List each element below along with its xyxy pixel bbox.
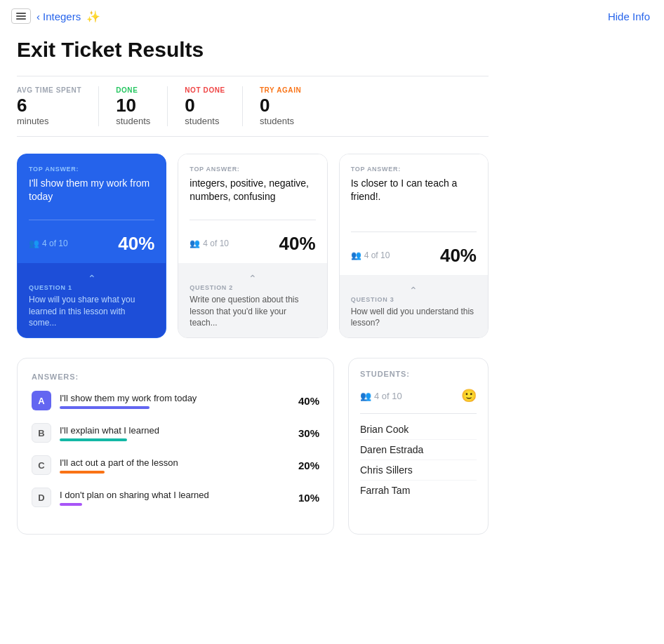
answers-panel: ANSWERS: A I'll show them my work from t… bbox=[17, 358, 334, 535]
question-card-stats-1: 👥 4 of 10 40% bbox=[18, 227, 166, 263]
answer-bar-a bbox=[60, 406, 150, 409]
percent-value-1: 40% bbox=[118, 233, 154, 255]
students-count-2: 👥 4 of 10 bbox=[190, 239, 229, 248]
question-number-3: QUESTION 3 bbox=[351, 296, 477, 303]
answer-bar-b bbox=[60, 438, 127, 441]
stat-label-not-done: NOT DONE bbox=[185, 86, 225, 94]
chevron-left-icon: ‹ bbox=[36, 11, 40, 22]
students-count-row: 👥 4 of 10 🙂 bbox=[360, 388, 477, 403]
answer-percent-a: 40% bbox=[293, 395, 319, 407]
people-icon-1: 👥 bbox=[29, 239, 39, 248]
answer-text-d: I don't plan on sharing what I learned bbox=[60, 490, 284, 500]
answer-content-c: I'll act out a part of the lesson bbox=[60, 457, 284, 474]
students-count-1: 👥 4 of 10 bbox=[29, 239, 68, 248]
questions-row: TOP ANSWER: I'll show them my work from … bbox=[17, 154, 489, 339]
main-content: Exit Ticket Results AVG TIME SPENT 6 min… bbox=[0, 38, 505, 563]
students-count-3: 👥 4 of 10 bbox=[351, 250, 390, 260]
stat-value-try-again: 0 bbox=[260, 95, 301, 116]
question-text-1: How will you share what you learned in t… bbox=[29, 294, 154, 329]
stat-label-try-again: TRY AGAIN bbox=[260, 86, 301, 94]
card-divider-3 bbox=[351, 232, 477, 232]
question-card-top-3: TOP ANSWER: Is closer to I can teach a f… bbox=[340, 154, 488, 224]
answer-bar-d bbox=[60, 503, 82, 506]
answer-text-b: I'll explain what I learned bbox=[60, 425, 284, 436]
students-count-text: 👥 4 of 10 bbox=[360, 391, 402, 401]
question-number-2: QUESTION 2 bbox=[190, 284, 315, 291]
stat-avg-time: AVG TIME SPENT 6 minutes bbox=[17, 86, 99, 126]
student-name-2: Daren Estrada bbox=[360, 440, 477, 460]
people-icon-students: 👥 bbox=[360, 391, 371, 401]
chevron-up-icon-3: ⌃ bbox=[351, 282, 477, 296]
sidebar-toggle-icon bbox=[16, 13, 26, 20]
top-answer-label-2: TOP ANSWER: bbox=[190, 166, 315, 173]
answer-item-c[interactable]: C I'll act out a part of the lesson 20% bbox=[32, 455, 319, 475]
top-answer-text-2: integers, positive, negative, numbers, c… bbox=[190, 177, 315, 204]
stat-subtext-not-done: students bbox=[185, 116, 225, 126]
answer-text-a: I'll show them my work from today bbox=[60, 393, 284, 403]
answer-item-d[interactable]: D I don't plan on sharing what I learned… bbox=[32, 488, 319, 507]
answer-item-a[interactable]: A I'll show them my work from today 40% bbox=[32, 391, 319, 410]
back-button[interactable]: ‹ Integers bbox=[36, 11, 81, 22]
question-card-stats-2: 👥 4 of 10 40% bbox=[178, 227, 326, 263]
answer-text-c: I'll act out a part of the lesson bbox=[60, 457, 284, 468]
stat-label-done: DONE bbox=[116, 86, 150, 94]
stat-done: DONE 10 students bbox=[116, 86, 168, 126]
card-divider-2 bbox=[190, 220, 315, 220]
answer-content-d: I don't plan on sharing what I learned bbox=[60, 490, 284, 506]
answer-letter-c: C bbox=[32, 455, 51, 475]
percent-value-2: 40% bbox=[279, 233, 316, 255]
stat-value-done: 10 bbox=[116, 95, 150, 116]
stat-not-done: NOT DONE 0 students bbox=[185, 86, 243, 126]
sparkle-icon: ✨ bbox=[86, 10, 100, 23]
question-text-3: How well did you understand this lesson? bbox=[351, 306, 477, 330]
stat-value-avg-time: 6 bbox=[17, 95, 81, 116]
question-card-footer-3: ⌃ QUESTION 3 How well did you understand… bbox=[340, 275, 488, 338]
question-card-footer-1: ⌃ QUESTION 1 How will you share what you… bbox=[18, 263, 166, 337]
back-label: Integers bbox=[43, 11, 81, 22]
answer-content-b: I'll explain what I learned bbox=[60, 425, 284, 441]
answer-content-a: I'll show them my work from today bbox=[60, 393, 284, 409]
stat-value-not-done: 0 bbox=[185, 95, 225, 116]
question-number-1: QUESTION 1 bbox=[29, 284, 154, 291]
answer-percent-d: 10% bbox=[293, 492, 319, 504]
students-divider bbox=[360, 413, 477, 414]
stat-subtext-done: students bbox=[116, 116, 150, 126]
top-answer-text-1: I'll show them my work from today bbox=[29, 177, 154, 204]
stat-try-again: TRY AGAIN 0 students bbox=[260, 86, 318, 126]
question-card-3[interactable]: TOP ANSWER: Is closer to I can teach a f… bbox=[339, 154, 489, 339]
question-card-top-2: TOP ANSWER: integers, positive, negative… bbox=[178, 154, 326, 213]
answer-letter-b: B bbox=[32, 423, 51, 443]
stats-row: AVG TIME SPENT 6 minutes DONE 10 student… bbox=[17, 76, 489, 137]
top-answer-text-3: Is closer to I can teach a friend!. bbox=[351, 177, 477, 204]
question-card-top-1: TOP ANSWER: I'll show them my work from … bbox=[18, 154, 166, 213]
answer-bar-c bbox=[60, 471, 105, 474]
answer-bar-wrap-a bbox=[60, 406, 284, 409]
question-card-stats-3: 👥 4 of 10 40% bbox=[340, 239, 488, 275]
answer-bar-wrap-b bbox=[60, 438, 284, 441]
question-card-1[interactable]: TOP ANSWER: I'll show them my work from … bbox=[17, 154, 166, 339]
answer-letter-a: A bbox=[32, 391, 51, 410]
answer-percent-c: 20% bbox=[293, 459, 319, 471]
top-bar-left: ‹ Integers ✨ bbox=[11, 8, 100, 24]
question-text-2: Write one question about this lesson tha… bbox=[190, 294, 315, 329]
student-name-4: Farrah Tam bbox=[360, 481, 477, 500]
smiley-icon[interactable]: 🙂 bbox=[461, 388, 477, 403]
answer-percent-b: 30% bbox=[293, 427, 319, 439]
answer-bar-wrap-d bbox=[60, 503, 284, 506]
students-panel-title: STUDENTS: bbox=[360, 370, 477, 378]
stat-label-avg-time: AVG TIME SPENT bbox=[17, 86, 81, 94]
hide-info-button[interactable]: Hide Info bbox=[608, 11, 650, 22]
answer-bar-wrap-c bbox=[60, 471, 284, 474]
page-title: Exit Ticket Results bbox=[17, 38, 489, 62]
question-card-2[interactable]: TOP ANSWER: integers, positive, negative… bbox=[178, 154, 327, 339]
sidebar-toggle-button[interactable] bbox=[11, 8, 31, 24]
top-bar: ‹ Integers ✨ Hide Info bbox=[0, 0, 664, 32]
student-name-3: Chris Sillers bbox=[360, 460, 477, 481]
stat-subtext-try-again: students bbox=[260, 116, 301, 126]
students-panel: STUDENTS: 👥 4 of 10 🙂 Brian Cook Daren E… bbox=[348, 358, 489, 535]
answer-item-b[interactable]: B I'll explain what I learned 30% bbox=[32, 423, 319, 443]
answers-panel-title: ANSWERS: bbox=[32, 373, 319, 381]
student-name-1: Brian Cook bbox=[360, 420, 477, 440]
chevron-up-icon-1: ⌃ bbox=[29, 270, 154, 284]
card-divider-1 bbox=[29, 220, 154, 220]
